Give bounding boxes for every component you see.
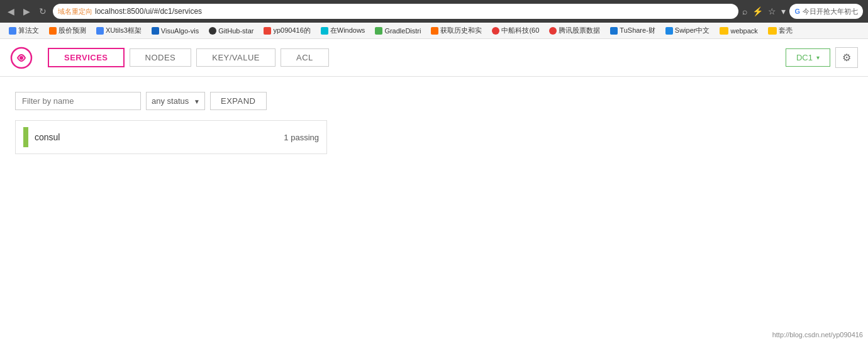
expand-button[interactable]: EXPAND [210,92,267,110]
tab-services[interactable]: SERVICES [48,48,125,67]
bookmarks-bar: 算法文 股价预测 XUtils3框架 VisuAlgo-vis GitHub-s… [0,23,868,39]
service-health-indicator [23,127,28,147]
bookmark-label: 算法文 [18,26,39,35]
bookmark-suanfawen[interactable]: 算法文 [5,25,43,36]
bookmark-label: 套壳 [779,26,793,35]
service-list: consul 1 passing [15,120,327,154]
address-bar[interactable]: 域名重定向 localhost:8500/ui/#/dc1/services [53,4,738,19]
lightning-icon[interactable]: ⚡ [752,6,763,16]
tab-nodes[interactable]: NODES [130,48,192,67]
bookmark-icon [9,27,16,35]
bookmark-icon [375,27,382,35]
dc-label: DC1 [796,53,813,62]
bookmark-windows[interactable]: 在Windows [317,25,369,36]
toolbar-icons: ⌕ ⚡ ☆ ▾ [742,6,786,16]
tab-keyvalue[interactable]: KEY/VALUE [196,48,275,67]
chevron-down-icon[interactable]: ▾ [781,6,786,16]
bookmark-label: TuShare-财 [620,26,655,35]
bookmark-icon [492,27,499,35]
status-select[interactable]: any status passing warning critical [146,92,205,110]
main-content: any status passing warning critical EXPA… [0,77,868,169]
bookmark-label: VisuAlgo-vis [161,27,199,35]
bookmark-icon [264,27,271,35]
status-select-wrapper: any status passing warning critical [146,92,205,110]
bookmark-yp[interactable]: yp090416的 [260,25,314,36]
forward-button[interactable]: ▶ [21,5,33,18]
bookmark-label: 中船科技(60 [501,26,539,35]
reload-button[interactable]: ↻ [36,5,49,18]
gear-icon: ⚙ [842,52,851,63]
bookmark-label: GitHub-star [218,27,253,35]
bookmark-gujia[interactable]: 股价预测 [45,25,90,36]
bookmark-icon [49,27,57,35]
bookmark-label: 在Windows [330,26,365,35]
bookmark-taoke[interactable]: 套壳 [764,25,796,36]
bookmark-label: 获取历史和实 [440,26,482,35]
bookmark-tushare[interactable]: TuShare-财 [606,25,659,36]
filter-name-input[interactable] [15,92,141,110]
app-logo [10,47,33,69]
browser-toolbar: ◀ ▶ ↻ 域名重定向 localhost:8500/ui/#/dc1/serv… [0,0,868,23]
bookmark-visualgo[interactable]: VisuAlgo-vis [148,26,203,36]
bookmark-swiper[interactable]: Swiper中文 [662,25,714,36]
settings-button[interactable]: ⚙ [835,47,858,68]
folder-icon [768,27,777,35]
star-icon[interactable]: ☆ [768,6,776,16]
google-g-icon: G [794,8,800,15]
bookmark-icon [152,27,159,35]
bookmark-label: 股价预测 [58,26,86,35]
service-name: consul [35,132,277,142]
bookmark-icon [665,27,673,35]
service-status-label: 1 passing [284,133,319,142]
url-text: localhost:8500/ui/#/dc1/services [95,7,733,16]
app-container: SERVICES NODES KEY/VALUE ACL DC1 ▾ ⚙ any… [0,39,868,317]
google-promo-text: 今日开抢大年初七 [803,7,858,16]
google-search-button[interactable]: G 今日开抢大年初七 [789,4,863,19]
dc-selector-button[interactable]: DC1 ▾ [786,48,830,67]
back-button[interactable]: ◀ [5,5,17,18]
svg-point-1 [19,56,23,60]
bookmark-github[interactable]: GitHub-star [205,26,257,36]
browser-chrome: ◀ ▶ ↻ 域名重定向 localhost:8500/ui/#/dc1/serv… [0,0,868,39]
bookmark-label: 腾讯股票数据 [559,26,600,35]
search-icon[interactable]: ⌕ [742,6,747,16]
bookmark-icon [96,27,104,35]
bookmark-icon [321,27,328,35]
bookmark-label: XUtils3框架 [106,26,142,35]
bookmark-icon [431,27,438,35]
bookmark-tengxun[interactable]: 腾讯股票数据 [545,25,604,36]
bookmark-webpack[interactable]: webpack [716,26,761,36]
bookmark-label: yp090416的 [273,26,310,35]
bookmark-gradle[interactable]: GradleDistri [371,26,425,36]
bookmark-label: Swiper中文 [675,26,710,35]
bookmark-label: GradleDistri [384,27,421,35]
bookmark-icon [209,27,216,35]
dc-chevron-icon: ▾ [816,54,820,61]
top-nav: SERVICES NODES KEY/VALUE ACL DC1 ▾ ⚙ [0,39,868,77]
bookmark-xutils[interactable]: XUtils3框架 [92,25,145,36]
bookmark-icon [610,27,618,35]
folder-icon [720,27,728,35]
bookmark-zhongchuan[interactable]: 中船科技(60 [488,25,543,36]
table-row[interactable]: consul 1 passing [15,120,327,154]
bookmark-label: webpack [730,27,757,35]
bookmark-icon [549,27,557,35]
bookmark-history[interactable]: 获取历史和实 [427,25,486,36]
filter-bar: any status passing warning critical EXPA… [15,92,853,110]
tab-acl[interactable]: ACL [281,48,329,67]
redirect-label: 域名重定向 [58,7,92,16]
